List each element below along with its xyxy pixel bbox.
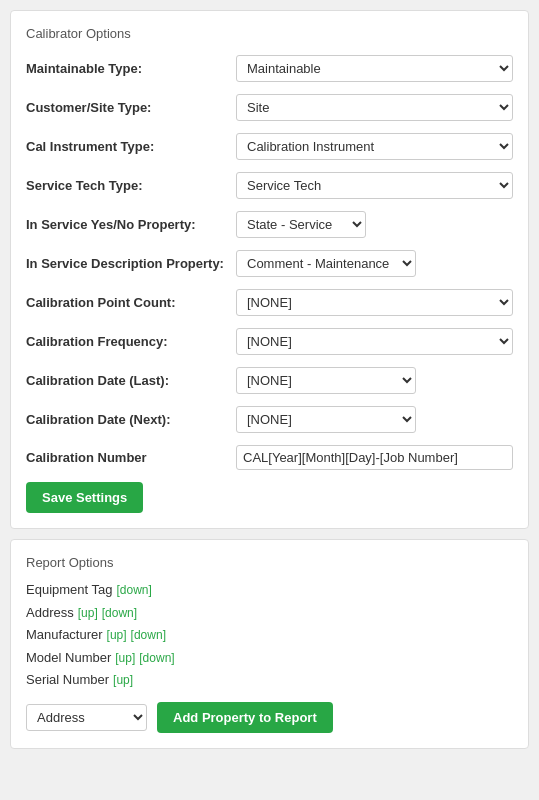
calibrator-field-row-4: In Service Yes/No Property:State - Servi… bbox=[26, 211, 513, 238]
calibrator-field-label-9: Calibration Date (Next): bbox=[26, 412, 236, 427]
calibrator-field-label-7: Calibration Frequency: bbox=[26, 334, 236, 349]
calibrator-select-3[interactable]: Service TechOther bbox=[236, 172, 513, 199]
report-item-3: Model Number[up][down] bbox=[26, 648, 513, 668]
calibrator-field-row-8: Calibration Date (Last):[NONE] bbox=[26, 367, 513, 394]
report-item-up-2[interactable]: [up] bbox=[107, 628, 127, 642]
save-settings-button[interactable]: Save Settings bbox=[26, 482, 143, 513]
report-item-down-0[interactable]: [down] bbox=[117, 583, 152, 597]
calibrator-field-row-10: Calibration Number bbox=[26, 445, 513, 470]
calibrator-field-label-3: Service Tech Type: bbox=[26, 178, 236, 193]
calibrator-options-title: Calibrator Options bbox=[26, 26, 513, 41]
report-item-name-3: Model Number bbox=[26, 650, 111, 665]
calibrator-field-label-10: Calibration Number bbox=[26, 450, 236, 465]
report-item-4: Serial Number[up] bbox=[26, 670, 513, 690]
calibrator-select-5[interactable]: Comment - MaintenanceOther bbox=[236, 250, 416, 277]
calibrator-select-8[interactable]: [NONE] bbox=[236, 367, 416, 394]
calibrator-form: Maintainable Type:MaintainableNon-Mainta… bbox=[26, 55, 513, 470]
report-item-down-1[interactable]: [down] bbox=[102, 606, 137, 620]
calibrator-field-label-6: Calibration Point Count: bbox=[26, 295, 236, 310]
report-options-title: Report Options bbox=[26, 555, 513, 570]
calibrator-select-2[interactable]: Calibration InstrumentOther bbox=[236, 133, 513, 160]
calibrator-select-7[interactable]: [NONE] bbox=[236, 328, 513, 355]
calibrator-field-label-0: Maintainable Type: bbox=[26, 61, 236, 76]
calibrator-select-6[interactable]: [NONE] bbox=[236, 289, 513, 316]
calibrator-field-label-2: Cal Instrument Type: bbox=[26, 139, 236, 154]
calibrator-text-10[interactable] bbox=[236, 445, 513, 470]
calibrator-field-row-5: In Service Description Property:Comment … bbox=[26, 250, 513, 277]
calibrator-select-1[interactable]: SiteCustomer bbox=[236, 94, 513, 121]
add-property-button[interactable]: Add Property to Report bbox=[157, 702, 333, 733]
add-property-row: AddressEquipment TagManufacturerModel Nu… bbox=[26, 702, 513, 733]
report-item-down-3[interactable]: [down] bbox=[139, 651, 174, 665]
report-item-name-1: Address bbox=[26, 605, 74, 620]
report-items-list: Equipment Tag[down]Address[up][down]Manu… bbox=[26, 580, 513, 690]
calibrator-field-row-0: Maintainable Type:MaintainableNon-Mainta… bbox=[26, 55, 513, 82]
report-item-1: Address[up][down] bbox=[26, 603, 513, 623]
calibrator-field-row-7: Calibration Frequency:[NONE] bbox=[26, 328, 513, 355]
report-item-2: Manufacturer[up][down] bbox=[26, 625, 513, 645]
calibrator-select-0[interactable]: MaintainableNon-Maintainable bbox=[236, 55, 513, 82]
calibrator-field-row-2: Cal Instrument Type:Calibration Instrume… bbox=[26, 133, 513, 160]
report-item-name-0: Equipment Tag bbox=[26, 582, 113, 597]
calibrator-field-row-6: Calibration Point Count:[NONE] bbox=[26, 289, 513, 316]
report-item-up-4[interactable]: [up] bbox=[113, 673, 133, 687]
report-item-down-2[interactable]: [down] bbox=[131, 628, 166, 642]
add-property-dropdown[interactable]: AddressEquipment TagManufacturerModel Nu… bbox=[26, 704, 147, 731]
calibrator-field-row-3: Service Tech Type:Service TechOther bbox=[26, 172, 513, 199]
calibrator-field-row-9: Calibration Date (Next):[NONE] bbox=[26, 406, 513, 433]
report-item-name-2: Manufacturer bbox=[26, 627, 103, 642]
calibrator-field-label-8: Calibration Date (Last): bbox=[26, 373, 236, 388]
report-options-panel: Report Options Equipment Tag[down]Addres… bbox=[10, 539, 529, 749]
calibrator-select-4[interactable]: State - ServiceOther bbox=[236, 211, 366, 238]
report-item-up-1[interactable]: [up] bbox=[78, 606, 98, 620]
calibrator-options-panel: Calibrator Options Maintainable Type:Mai… bbox=[10, 10, 529, 529]
calibrator-field-label-1: Customer/Site Type: bbox=[26, 100, 236, 115]
calibrator-field-label-5: In Service Description Property: bbox=[26, 256, 236, 271]
calibrator-select-9[interactable]: [NONE] bbox=[236, 406, 416, 433]
report-item-name-4: Serial Number bbox=[26, 672, 109, 687]
report-item-0: Equipment Tag[down] bbox=[26, 580, 513, 600]
calibrator-field-label-4: In Service Yes/No Property: bbox=[26, 217, 236, 232]
calibrator-field-row-1: Customer/Site Type:SiteCustomer bbox=[26, 94, 513, 121]
report-item-up-3[interactable]: [up] bbox=[115, 651, 135, 665]
